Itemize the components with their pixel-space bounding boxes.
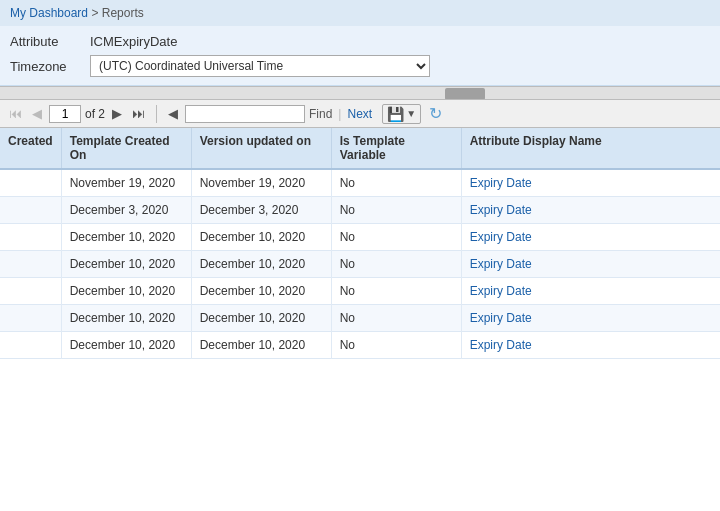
cell-display-name: Expiry Date — [461, 224, 720, 251]
cell-created — [0, 169, 61, 197]
cell-is-template: No — [331, 169, 461, 197]
export-arrow-icon: ▼ — [406, 108, 416, 119]
breadcrumb-separator: > — [91, 6, 98, 20]
col-header-version-updated: Version updated on — [191, 128, 331, 169]
filter-section: Attribute ICMExpiryDate Timezone (UTC) C… — [0, 26, 720, 86]
cell-created — [0, 305, 61, 332]
cell-created — [0, 332, 61, 359]
cell-template-created: December 3, 2020 — [61, 197, 191, 224]
cell-template-created: December 10, 2020 — [61, 332, 191, 359]
cell-version-updated: December 10, 2020 — [191, 305, 331, 332]
table-row: December 10, 2020 December 10, 2020 No E… — [0, 305, 720, 332]
find-label: Find — [309, 107, 332, 121]
cell-version-updated: December 3, 2020 — [191, 197, 331, 224]
scrollbar-thumb[interactable] — [445, 88, 485, 100]
breadcrumb-current: Reports — [102, 6, 144, 20]
cell-display-name: Expiry Date — [461, 169, 720, 197]
breadcrumb-home-link[interactable]: My Dashboard — [10, 6, 88, 20]
col-header-is-template: Is Template Variable — [331, 128, 461, 169]
cell-version-updated: November 19, 2020 — [191, 169, 331, 197]
find-next-button[interactable]: Next — [347, 107, 372, 121]
attribute-row: Attribute ICMExpiryDate — [10, 34, 710, 49]
cell-is-template: No — [331, 224, 461, 251]
table-row: December 10, 2020 December 10, 2020 No E… — [0, 224, 720, 251]
cell-display-name: Expiry Date — [461, 278, 720, 305]
timezone-row: Timezone (UTC) Coordinated Universal Tim… — [10, 55, 710, 77]
table-row: November 19, 2020 November 19, 2020 No E… — [0, 169, 720, 197]
cell-is-template: No — [331, 332, 461, 359]
cell-is-template: No — [331, 251, 461, 278]
timezone-select[interactable]: (UTC) Coordinated Universal Time — [90, 55, 430, 77]
cell-version-updated: December 10, 2020 — [191, 332, 331, 359]
cell-template-created: November 19, 2020 — [61, 169, 191, 197]
cell-created — [0, 278, 61, 305]
page-total: of 2 — [85, 107, 105, 121]
prev-page-button[interactable]: ◀ — [29, 106, 45, 121]
breadcrumb: My Dashboard > Reports — [0, 0, 720, 26]
cell-template-created: December 10, 2020 — [61, 305, 191, 332]
cell-display-name: Expiry Date — [461, 197, 720, 224]
cell-version-updated: December 10, 2020 — [191, 224, 331, 251]
cell-display-name: Expiry Date — [461, 332, 720, 359]
cell-template-created: December 10, 2020 — [61, 278, 191, 305]
attribute-value: ICMExpiryDate — [90, 34, 177, 49]
toolbar-divider-1 — [156, 105, 157, 123]
table-row: December 10, 2020 December 10, 2020 No E… — [0, 278, 720, 305]
last-page-button[interactable]: ⏭ — [129, 106, 148, 121]
cell-created — [0, 251, 61, 278]
find-separator: | — [338, 107, 341, 121]
export-icon: 💾 — [387, 106, 404, 122]
cell-created — [0, 197, 61, 224]
first-page-button[interactable]: ⏮ — [6, 106, 25, 121]
cell-template-created: December 10, 2020 — [61, 251, 191, 278]
table-row: December 10, 2020 December 10, 2020 No E… — [0, 251, 720, 278]
col-header-created: Created — [0, 128, 61, 169]
cell-version-updated: December 10, 2020 — [191, 251, 331, 278]
cell-display-name: Expiry Date — [461, 305, 720, 332]
cell-version-updated: December 10, 2020 — [191, 278, 331, 305]
report-table-wrapper: Created Template Created On Version upda… — [0, 128, 720, 359]
cell-is-template: No — [331, 197, 461, 224]
page-number-input[interactable] — [49, 105, 81, 123]
cell-template-created: December 10, 2020 — [61, 224, 191, 251]
table-row: December 3, 2020 December 3, 2020 No Exp… — [0, 197, 720, 224]
find-input[interactable] — [185, 105, 305, 123]
next-page-button[interactable]: ▶ — [109, 106, 125, 121]
col-header-display-name: Attribute Display Name — [461, 128, 720, 169]
col-header-template-created: Template Created On — [61, 128, 191, 169]
export-button[interactable]: 💾 ▼ — [382, 104, 421, 124]
cell-is-template: No — [331, 305, 461, 332]
horizontal-scrollbar[interactable] — [0, 86, 720, 100]
table-header-row: Created Template Created On Version upda… — [0, 128, 720, 169]
timezone-label: Timezone — [10, 59, 90, 74]
report-toolbar: ⏮ ◀ of 2 ▶ ⏭ ◀ Find | Next 💾 ▼ ↻ — [0, 100, 720, 128]
refresh-button[interactable]: ↻ — [429, 104, 442, 123]
back-nav-button[interactable]: ◀ — [165, 106, 181, 121]
cell-created — [0, 224, 61, 251]
table-row: December 10, 2020 December 10, 2020 No E… — [0, 332, 720, 359]
cell-display-name: Expiry Date — [461, 251, 720, 278]
cell-is-template: No — [331, 278, 461, 305]
report-table: Created Template Created On Version upda… — [0, 128, 720, 359]
attribute-label: Attribute — [10, 34, 90, 49]
